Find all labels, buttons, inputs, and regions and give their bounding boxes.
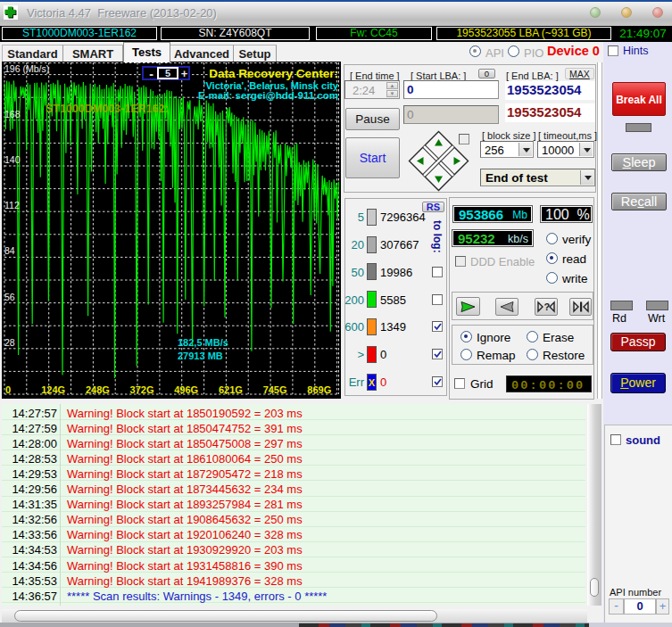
svg-text:0: 0 (5, 384, 11, 395)
svg-text:124G: 124G (41, 384, 65, 395)
svg-text:140: 140 (4, 154, 21, 165)
svg-text:84: 84 (4, 245, 15, 256)
svg-text:28: 28 (4, 337, 15, 348)
svg-text:496G: 496G (174, 384, 198, 395)
svg-text:112: 112 (4, 200, 20, 210)
svg-text:248G: 248G (86, 384, 110, 395)
svg-text:ST1000DM003-1ER162:: ST1000DM003-1ER162: (46, 103, 169, 115)
svg-text:196 (Mb/s): 196 (Mb/s) (4, 63, 49, 74)
svg-text:869G: 869G (307, 384, 331, 395)
svg-text:182,5 MB/s: 182,5 MB/s (178, 337, 228, 348)
svg-text:56: 56 (4, 292, 15, 302)
svg-text:27913 MB: 27913 MB (178, 351, 223, 361)
svg-text:168: 168 (4, 109, 21, 120)
svg-text:621G: 621G (219, 384, 243, 395)
svg-text:745G: 745G (263, 384, 287, 395)
svg-text:372G: 372G (130, 384, 154, 395)
